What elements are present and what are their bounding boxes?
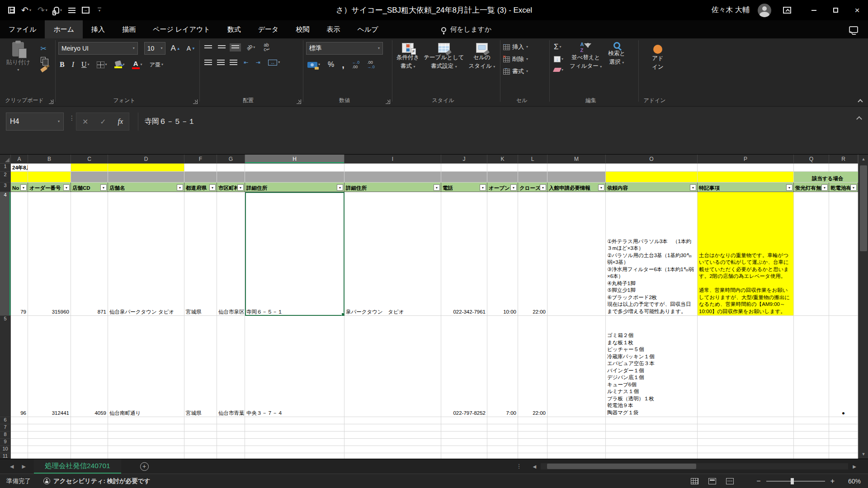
filter-button[interactable]: ▼ <box>237 184 244 191</box>
cell-B2[interactable] <box>28 172 71 183</box>
cell-G4[interactable]: 仙台市泉区 <box>217 192 245 316</box>
row-header-11[interactable]: 11 <box>0 453 11 459</box>
scroll-up-icon[interactable]: ▲ <box>859 155 868 164</box>
cell-B9[interactable] <box>28 439 71 446</box>
italic-button[interactable]: I <box>71 60 75 70</box>
cell-I11[interactable] <box>344 453 441 459</box>
cell-G6[interactable] <box>217 417 245 424</box>
cell-M8[interactable] <box>547 432 606 439</box>
cell-I3[interactable]: 詳細住所▼ <box>344 183 441 192</box>
touch-mode-button[interactable]: ▾ <box>54 7 62 14</box>
borders-button[interactable]: ▾ <box>95 61 108 69</box>
sheet-tab-active[interactable]: 処理会社発信240701 <box>34 459 121 474</box>
underline-button[interactable]: U▾ <box>80 60 91 70</box>
customize-qat-button[interactable]: ▾ <box>98 8 101 13</box>
number-format-select[interactable]: 標準▾ <box>306 42 383 55</box>
shrink-font-button[interactable]: A▼ <box>185 44 197 53</box>
cell-D7[interactable] <box>108 424 184 432</box>
cell-L3[interactable]: クローズ▼ <box>518 183 547 192</box>
copy-button[interactable]: ▾ <box>39 56 50 64</box>
cell-F1[interactable] <box>184 164 217 172</box>
cell-K5[interactable]: 7:00 <box>487 316 518 417</box>
cell-G7[interactable] <box>217 424 245 432</box>
close-button[interactable]: × <box>846 0 868 20</box>
phonetic-guide-button[interactable]: ア亜▾ <box>148 60 165 70</box>
increase-decimal-button[interactable]: ←.0.00 <box>351 59 361 70</box>
percent-format-button[interactable]: % <box>326 60 335 70</box>
column-header-D[interactable]: D <box>108 155 184 164</box>
cell-C8[interactable] <box>71 432 108 439</box>
cell-A8[interactable] <box>11 432 28 439</box>
save-button[interactable] <box>8 7 15 14</box>
user-avatar[interactable] <box>758 4 771 17</box>
bold-button[interactable]: B <box>58 60 66 70</box>
row-header-10[interactable]: 10 <box>0 446 11 453</box>
cell-R3[interactable]: 乾電池有無▼ <box>829 183 858 192</box>
cell-Q11[interactable] <box>794 453 829 459</box>
cell-H1[interactable] <box>245 164 344 172</box>
center-align-button[interactable] <box>68 8 75 13</box>
cell-D8[interactable] <box>108 432 184 439</box>
format-painter-button[interactable] <box>39 66 50 72</box>
cell-B7[interactable] <box>28 424 71 432</box>
cell-B6[interactable] <box>28 417 71 424</box>
cell-O11[interactable] <box>606 453 698 459</box>
grow-font-button[interactable]: A▲ <box>169 43 181 54</box>
tell-me-search[interactable]: 何をしますか <box>441 20 492 38</box>
filter-button[interactable]: ▼ <box>209 184 216 191</box>
row-header-9[interactable]: 9 <box>0 439 11 446</box>
cell-A6[interactable] <box>11 417 28 424</box>
cell-C9[interactable] <box>71 439 108 446</box>
page-layout-view-icon[interactable] <box>708 478 716 484</box>
cell-F2[interactable] <box>184 172 217 183</box>
format-cells-button[interactable]: 書式▾ <box>503 67 547 75</box>
fill-button[interactable]: ↓▾ <box>552 55 565 63</box>
name-box-resizer[interactable]: ⋮ <box>69 117 72 120</box>
cell-L9[interactable] <box>518 439 547 446</box>
cell-R11[interactable] <box>829 453 858 459</box>
column-header-K[interactable]: K <box>487 155 518 164</box>
cell-D4[interactable]: 仙台泉パークタウン タピオ <box>108 192 184 316</box>
tab-data[interactable]: データ <box>250 20 288 38</box>
insert-function-icon[interactable]: fx <box>118 117 123 126</box>
column-header-L[interactable]: L <box>518 155 547 164</box>
cell-A1[interactable]: 24年8月度_SBJ様粗大ごみ回収依頼 <box>11 164 28 172</box>
decrease-decimal-button[interactable]: .00→.0 <box>366 59 376 70</box>
tab-insert[interactable]: 挿入 <box>83 20 113 38</box>
cell-J6[interactable] <box>441 417 487 424</box>
cell-F4[interactable]: 宮城県 <box>184 192 217 316</box>
cell-G10[interactable] <box>217 446 245 453</box>
cell-R8[interactable] <box>829 432 858 439</box>
filter-button[interactable]: ▼ <box>690 184 696 191</box>
insert-cells-button[interactable]: 挿入▾ <box>503 43 547 51</box>
cell-K1[interactable] <box>487 164 518 172</box>
cell-H3[interactable]: 詳細住所▼ <box>245 183 344 192</box>
cancel-entry-icon[interactable]: ✕ <box>82 117 88 126</box>
cell-L7[interactable] <box>518 424 547 432</box>
cell-F3[interactable]: 都道府県▼ <box>184 183 217 192</box>
cell-H8[interactable] <box>245 432 344 439</box>
cell-D11[interactable] <box>108 453 184 459</box>
column-header-B[interactable]: B <box>28 155 71 164</box>
cell-P3[interactable]: 特記事項▼ <box>698 183 794 192</box>
filter-button[interactable]: ▼ <box>540 184 546 191</box>
filter-button[interactable]: ▼ <box>480 184 486 191</box>
cell-G3[interactable]: 市区町村▼ <box>217 183 245 192</box>
tab-file[interactable]: ファイル <box>0 20 45 38</box>
cell-C5[interactable]: 4059 <box>71 316 108 417</box>
cell-G9[interactable] <box>217 439 245 446</box>
cell-H7[interactable] <box>245 424 344 432</box>
decrease-indent-button[interactable]: ⇤ <box>242 58 250 66</box>
cell-R6[interactable] <box>829 417 858 424</box>
column-header-J[interactable]: J <box>441 155 487 164</box>
filter-button[interactable]: ▼ <box>434 184 440 191</box>
row-header-3[interactable]: 3 <box>0 183 11 192</box>
vertical-scrollbar[interactable]: ▲ ▼ <box>858 155 868 459</box>
cell-P1[interactable] <box>698 164 794 172</box>
cell-J11[interactable] <box>441 453 487 459</box>
align-left-icon[interactable] <box>204 60 212 65</box>
cell-O8[interactable] <box>606 432 698 439</box>
tab-review[interactable]: 校閲 <box>287 20 318 38</box>
cell-L4[interactable]: 22:00 <box>518 192 547 316</box>
confirm-entry-icon[interactable]: ✓ <box>100 117 106 126</box>
